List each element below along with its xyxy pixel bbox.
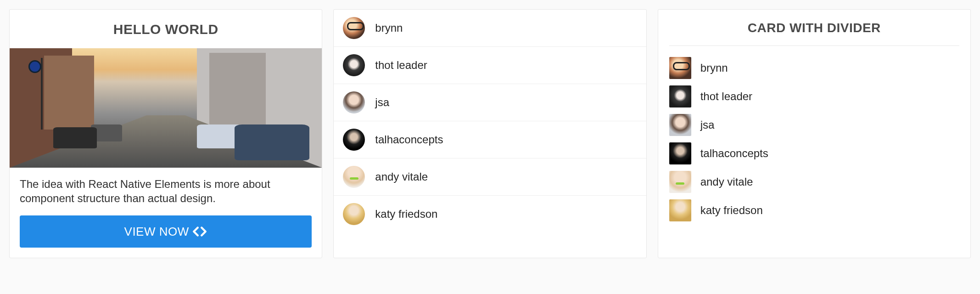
card-description: The idea with React Native Elements is m… (10, 168, 322, 212)
view-now-button[interactable]: VIEW NOW (20, 215, 312, 248)
list-item[interactable]: katy friedson (334, 196, 646, 232)
user-name: talhaconcepts (700, 147, 768, 160)
avatar (669, 85, 691, 107)
button-label: VIEW NOW (124, 225, 189, 239)
avatar (343, 17, 365, 39)
avatar (669, 57, 691, 79)
user-name: thot leader (375, 59, 427, 72)
avatar (669, 171, 691, 193)
user-stack: brynn thot leader jsa talhaconcepts andy… (669, 55, 959, 223)
avatar (343, 166, 365, 188)
list-item[interactable]: andy vitale (669, 169, 959, 195)
user-name: andy vitale (700, 175, 753, 188)
list-item[interactable]: katy friedson (669, 198, 959, 223)
user-name: jsa (375, 96, 389, 109)
hello-world-card: HELLO WORLD The idea with React Native E… (9, 9, 322, 258)
user-name: katy friedson (375, 208, 437, 220)
list-item[interactable]: jsa (669, 112, 959, 138)
avatar (343, 91, 365, 113)
avatar (343, 203, 365, 225)
avatar (343, 129, 365, 151)
card-hero-image (10, 48, 322, 168)
code-icon (192, 224, 207, 239)
list-item[interactable]: thot leader (669, 84, 959, 109)
user-name: jsa (700, 119, 715, 131)
list-item[interactable]: brynn (669, 55, 959, 81)
card-title: HELLO WORLD (10, 10, 322, 48)
user-name: brynn (375, 22, 403, 34)
list-item[interactable]: thot leader (334, 47, 646, 84)
avatar (669, 142, 691, 164)
avatar (669, 199, 691, 221)
card-with-divider: CARD WITH DIVIDER brynn thot leader jsa … (658, 9, 971, 258)
list-item[interactable]: talhaconcepts (334, 121, 646, 158)
list-item[interactable]: talhaconcepts (669, 141, 959, 166)
user-name: katy friedson (700, 204, 763, 217)
card-title: CARD WITH DIVIDER (669, 21, 959, 46)
user-list: brynn thot leader jsa talhaconcepts andy… (334, 10, 646, 232)
avatar (669, 114, 691, 136)
list-item[interactable]: brynn (334, 10, 646, 47)
user-name: andy vitale (375, 170, 428, 183)
avatar (343, 54, 365, 76)
list-item[interactable]: jsa (334, 84, 646, 121)
user-name: brynn (700, 62, 728, 74)
user-name: talhaconcepts (375, 133, 443, 146)
user-name: thot leader (700, 90, 752, 103)
list-item[interactable]: andy vitale (334, 158, 646, 196)
user-list-card: brynn thot leader jsa talhaconcepts andy… (333, 9, 646, 258)
